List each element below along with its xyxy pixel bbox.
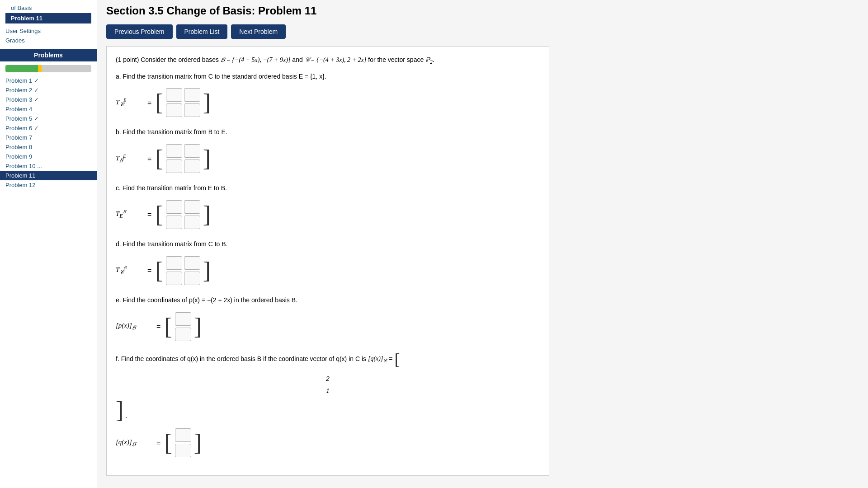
part-f-label: f. Find the coordinates of q(x) in the o… [116, 351, 540, 367]
sidebar-problem-9[interactable]: Problem 9 [0, 152, 97, 161]
part-b-matrix-label: T𝓑E [116, 152, 143, 165]
sidebar-user-settings[interactable]: User Settings [0, 26, 97, 36]
part-f-matrix-label: [q(x)]𝓑 [116, 436, 152, 449]
page-title: Section 3.5 Change of Basis: Problem 11 [106, 5, 859, 17]
part-b-grid [163, 142, 203, 175]
sidebar-problem-2[interactable]: Problem 2 ✓ [0, 85, 97, 95]
b-cell-00[interactable] [166, 144, 182, 158]
equals-a: = [147, 97, 151, 109]
part-c-matrix: [ ] [155, 198, 211, 231]
part-a-matrix-row: T𝒞E = [ ] [116, 86, 540, 119]
progress-yellow [38, 65, 42, 72]
problem-list: Problem 1 ✓Problem 2 ✓Problem 3 ✓Problem… [0, 76, 97, 190]
e-cell-1[interactable] [175, 328, 191, 341]
toolbar: Previous Problem Problem List Next Probl… [106, 24, 859, 39]
c-cell-01[interactable] [184, 200, 200, 214]
sidebar-problem-8[interactable]: Problem 8 [0, 142, 97, 152]
sidebar-problem-3[interactable]: Problem 3 ✓ [0, 95, 97, 104]
part-a-matrix-label: T𝒞E [116, 96, 143, 109]
c-cell-11[interactable] [184, 216, 200, 229]
sidebar-problem-6[interactable]: Problem 6 ✓ [0, 123, 97, 133]
d-cell-10[interactable] [166, 272, 182, 285]
bracket-right-a: ] [203, 91, 211, 114]
bracket-right-d: ] [203, 259, 211, 282]
sidebar-section-link[interactable]: of Basis [5, 3, 91, 13]
a-cell-00[interactable] [166, 88, 182, 102]
progress-bar [5, 65, 91, 72]
sidebar-problem-5[interactable]: Problem 5 ✓ [0, 114, 97, 123]
b-cell-10[interactable] [166, 160, 182, 173]
d-cell-11[interactable] [184, 272, 200, 285]
bracket-right-e: ] [194, 315, 202, 338]
c-cell-00[interactable] [166, 200, 182, 214]
part-a-label: a. Find the transition matrix from C to … [116, 71, 540, 82]
part-c-grid [163, 198, 203, 231]
equals-f: = [156, 437, 160, 449]
c-cell-10[interactable] [166, 216, 182, 229]
part-a-grid [163, 86, 203, 119]
part-d-grid [163, 254, 203, 287]
bracket-left-d: [ [155, 259, 163, 282]
sidebar: of Basis Problem 11 User Settings Grades… [0, 0, 97, 488]
part-f-grid [172, 427, 194, 459]
prev-problem-button[interactable]: Previous Problem [106, 24, 173, 39]
part-e-matrix-label: [p(x)]𝓑 [116, 320, 152, 333]
part-c-label: c. Find the transition matrix from E to … [116, 183, 540, 194]
equals-b: = [147, 153, 151, 165]
b-cell-01[interactable] [184, 144, 200, 158]
bracket-right-c: ] [203, 203, 211, 226]
sidebar-grades[interactable]: Grades [0, 36, 97, 45]
sidebar-problem-10[interactable]: Problem 10 ... [0, 161, 97, 171]
sidebar-problem-7[interactable]: Problem 7 [0, 133, 97, 142]
bracket-left-c: [ [155, 203, 163, 226]
main-content: Section 3.5 Change of Basis: Problem 11 … [97, 0, 868, 488]
f-cell-0[interactable] [175, 428, 191, 442]
progress-green [5, 65, 38, 72]
bracket-right-f: ] [194, 431, 202, 455]
given-bracket-left: [ [394, 351, 400, 367]
a-cell-10[interactable] [166, 103, 182, 117]
part-b-matrix-row: T𝓑E = [ ] [116, 142, 540, 175]
part-b-label: b. Find the transition matrix from B to … [116, 127, 540, 138]
problems-header: Problems [0, 49, 97, 61]
part-c-matrix-row: TE𝓑 = [ ] [116, 198, 540, 231]
progress-bar-area [0, 61, 97, 76]
sidebar-active-section[interactable]: Problem 11 [5, 13, 91, 23]
part-d-label: d. Find the transition matrix from C to … [116, 239, 540, 250]
part-d-matrix-label: T𝒞𝓑 [116, 264, 143, 277]
next-problem-button[interactable]: Next Problem [231, 24, 286, 39]
bracket-right-b: ] [203, 147, 211, 170]
part-e-matrix-row: [p(x)]𝓑 = [ ] [116, 310, 540, 343]
bracket-left-a: [ [155, 91, 163, 114]
a-cell-01[interactable] [184, 88, 200, 102]
bracket-left-b: [ [155, 147, 163, 170]
given-val-bot: 1 [118, 386, 537, 397]
part-e-matrix: [ ] [164, 310, 202, 343]
part-d-matrix-row: T𝒞𝓑 = [ ] [116, 254, 540, 287]
given-matrix-f: [ [394, 351, 400, 367]
part-f-matrix-row: [q(x)]𝓑 = [ ] [116, 427, 540, 459]
given-grid: 2 1 [116, 372, 540, 399]
sidebar-problem-12[interactable]: Problem 12 [0, 180, 97, 190]
d-cell-01[interactable] [184, 256, 200, 270]
part-f-matrix: [ ] [164, 427, 202, 459]
given-bracket-right: ] [116, 397, 123, 423]
sidebar-problem-1[interactable]: Problem 1 ✓ [0, 76, 97, 85]
problem-box: (1 point) Consider the ordered bases 𝓑 =… [106, 46, 549, 476]
e-cell-0[interactable] [175, 312, 191, 326]
b-cell-11[interactable] [184, 160, 200, 173]
part-c-matrix-label: TE𝓑 [116, 208, 143, 221]
given-val-top: 2 [118, 374, 537, 385]
problem-intro: (1 point) Consider the ordered bases 𝓑 =… [116, 55, 540, 67]
part-e-grid [172, 310, 194, 343]
f-cell-1[interactable] [175, 444, 191, 457]
part-e-label: e. Find the coordinates of p(x) = −(2 + … [116, 295, 540, 306]
a-cell-11[interactable] [184, 103, 200, 117]
problem-list-button[interactable]: Problem List [176, 24, 228, 39]
equals-c: = [147, 208, 151, 221]
sidebar-problem-4[interactable]: Problem 4 [0, 104, 97, 114]
sidebar-problem-11[interactable]: Problem 11 [0, 171, 97, 180]
bracket-left-e: [ [164, 315, 172, 338]
equals-e: = [156, 320, 160, 333]
d-cell-00[interactable] [166, 256, 182, 270]
